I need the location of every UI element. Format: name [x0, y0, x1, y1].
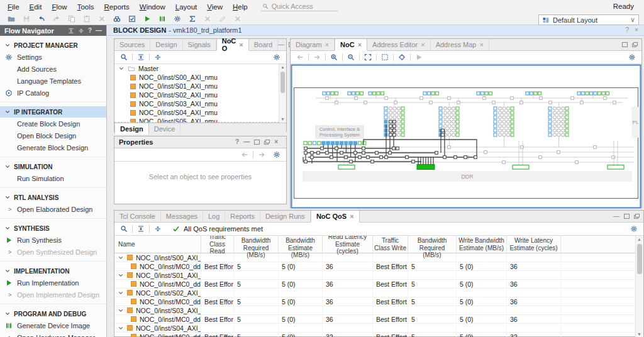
zoom-selection-button[interactable]: [378, 52, 392, 62]
search-button[interactable]: [117, 224, 131, 234]
paste-button[interactable]: [79, 14, 94, 25]
expand-all-icon[interactable]: [78, 28, 84, 34]
collapse-all-button[interactable]: [134, 224, 148, 234]
minimize-icon[interactable]: —: [613, 213, 619, 219]
search-button[interactable]: [117, 52, 131, 62]
generate-device-image-button[interactable]: [155, 14, 170, 25]
zoom-in-button[interactable]: [327, 52, 341, 62]
undo-button[interactable]: [34, 14, 49, 25]
minimize-icon[interactable]: —: [243, 139, 250, 145]
tree-scrollbar[interactable]: ▲ ▼: [279, 64, 286, 123]
sidebar-item-open-elaborated-design[interactable]: >Open Elaborated Design: [0, 203, 106, 215]
layout-selector[interactable]: Default Layout ∨: [538, 14, 639, 25]
settings-gear-button[interactable]: [627, 224, 641, 234]
sources-bottom-tab-device[interactable]: Device: [149, 123, 181, 134]
sidebar-item-create-block-design[interactable]: Create Block Design: [0, 118, 106, 130]
tree-item[interactable]: NOC_0/inst/S01_AXI_nmu: [114, 82, 286, 91]
maximize-icon[interactable]: [624, 214, 630, 219]
sidebar-item-run-synthesis[interactable]: Run Synthesis: [0, 234, 106, 246]
open-button[interactable]: [4, 14, 19, 25]
table-row[interactable]: NOC_0/inst/S03_AXI_nmu: [114, 306, 643, 315]
tree-item[interactable]: NOC_0/inst/S00_AXI_nmu: [114, 73, 286, 82]
sidebar-section-header-project-manager[interactable]: PROJECT MANAGER: [0, 40, 106, 51]
sources-tab-board[interactable]: Board: [249, 39, 278, 50]
noc-diagram-canvas[interactable]: DDRPLControl, Interface &Processing Syst…: [291, 64, 641, 209]
sidebar-item-add-sources[interactable]: Add Sources: [0, 63, 106, 75]
table-row[interactable]: NOC_0/inst/MC0_ddrcBest Effort55 (0)36Be…: [114, 297, 643, 306]
table-row[interactable]: NOC_0/inst/S04_AXI_nmu: [114, 324, 643, 333]
sidebar-section-header-program-and-debug[interactable]: PROGRAM AND DEBUG: [0, 308, 106, 319]
autofit-button[interactable]: [395, 52, 409, 62]
table-row[interactable]: NOC_0/inst/MC0_ddrcBest Effort55 (0)32Be…: [114, 333, 643, 337]
menu-item-window[interactable]: Window: [135, 1, 170, 13]
scrollbar-thumb[interactable]: [280, 72, 285, 93]
column-header-read-bandwidth-estimate-mb-s[interactable]: Read Bandwidth Estimate (MB/s): [279, 236, 323, 253]
tree-item[interactable]: NOC_0/inst/S02_AXI_nmu: [114, 91, 286, 99]
sources-tab-noc-o[interactable]: NoC O×: [216, 39, 249, 51]
close-icon[interactable]: ×: [350, 213, 353, 220]
diagram-tab-diagram[interactable]: Diagram×: [291, 39, 335, 50]
maximize-icon[interactable]: [254, 140, 260, 145]
run-button[interactable]: [140, 14, 155, 25]
diagram-tab-address-editor[interactable]: Address Editor×: [367, 39, 431, 50]
sidebar-item-open-implemented-design[interactable]: >Open Implemented Design: [0, 289, 106, 301]
scroll-up-icon[interactable]: ▲: [279, 64, 286, 70]
help-icon[interactable]: ?: [626, 27, 630, 33]
scroll-down-icon[interactable]: ▼: [279, 116, 286, 123]
cancel-run-button[interactable]: [200, 14, 215, 25]
delete-button[interactable]: [94, 14, 109, 25]
qos-tab-messages[interactable]: Messages: [161, 211, 203, 222]
report-sigma-button[interactable]: [185, 14, 200, 25]
scrollbar-thumb[interactable]: [637, 244, 642, 274]
qos-tab-log[interactable]: Log: [203, 211, 225, 222]
sidebar-item-settings[interactable]: Settings: [0, 51, 106, 63]
abort-button[interactable]: [230, 14, 245, 25]
sidebar-item-open-block-design[interactable]: Open Block Design: [0, 130, 106, 141]
expand-all-button[interactable]: [151, 224, 165, 234]
float-icon[interactable]: [634, 214, 640, 219]
back-button[interactable]: [293, 52, 307, 62]
float-icon[interactable]: [264, 140, 270, 145]
back-button[interactable]: [238, 150, 252, 160]
zoom-fit-button[interactable]: [361, 52, 375, 62]
column-header-read-latency-estimate-cycles[interactable]: Read Latency Estimate (cycles): [323, 236, 373, 253]
qos-tab-design-runs[interactable]: Design Runs: [260, 211, 311, 222]
sources-tab-signals[interactable]: Signals: [183, 39, 216, 50]
close-icon[interactable]: ×: [421, 41, 425, 48]
forward-button[interactable]: [255, 150, 269, 160]
sidebar-item-ip-catalog[interactable]: IP Catalog: [0, 87, 106, 99]
help-icon[interactable]: ?: [235, 139, 239, 145]
settings-button[interactable]: [170, 14, 185, 25]
edit-button[interactable]: [215, 14, 230, 25]
table-row[interactable]: NOC_0/inst/MC0_ddrcBest Effort55 (0)36Be…: [114, 262, 643, 271]
menu-item-view[interactable]: View: [202, 1, 228, 13]
float-icon[interactable]: [632, 42, 638, 47]
validate-design-button[interactable]: [125, 14, 140, 25]
redo-button[interactable]: [49, 14, 64, 25]
menu-item-help[interactable]: Help: [228, 1, 253, 13]
column-header-read-bandwidth-required-mb-s[interactable]: Read Bandwidth Required (MB/s): [234, 236, 279, 253]
copy-button[interactable]: [64, 14, 79, 25]
sidebar-section-header-rtl-analysis[interactable]: RTL ANALYSIS: [0, 192, 106, 203]
tree-root-row[interactable]: Master: [114, 64, 286, 73]
settings-gear-button[interactable]: [270, 52, 284, 62]
diagram-tab-address-map[interactable]: Address Map×: [431, 39, 489, 50]
find-button[interactable]: [109, 14, 125, 25]
forward-button[interactable]: [310, 52, 324, 62]
close-icon[interactable]: ×: [239, 41, 243, 48]
table-row[interactable]: NOC_0/inst/S02_AXI_nmu: [114, 289, 643, 297]
close-icon[interactable]: ×: [325, 41, 329, 48]
help-icon[interactable]: ?: [88, 27, 92, 34]
column-header-traffic-class-read[interactable]: Traffic Class Read: [201, 236, 234, 253]
sidebar-item-run-implementation[interactable]: Run Implementation: [0, 277, 106, 289]
qos-scrollbar[interactable]: ▲ ▼: [635, 236, 643, 337]
column-header-write-bandwidth-estimate-mb-s[interactable]: Write Bandwidth Estimate (MB/s): [457, 236, 507, 253]
diagram-tab-noc[interactable]: NoC×: [335, 39, 367, 51]
close-icon[interactable]: ×: [479, 41, 483, 48]
minimize-icon[interactable]: —: [96, 27, 102, 34]
menu-item-tools[interactable]: Tools: [72, 1, 99, 13]
sidebar-section-header-implementation[interactable]: IMPLEMENTATION: [0, 265, 106, 277]
close-icon[interactable]: ×: [635, 27, 638, 33]
sources-bottom-tab-design[interactable]: Design: [114, 123, 149, 135]
qos-tab-reports[interactable]: Reports: [225, 211, 260, 222]
